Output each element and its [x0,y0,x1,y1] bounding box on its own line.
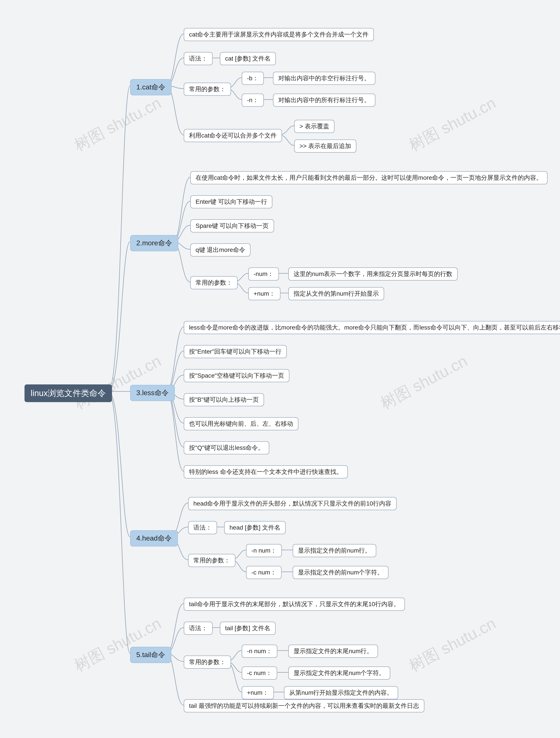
watermark: 树图 shutu.cn [71,351,165,414]
leaf-less-cursor: 也可以用光标键向前、后、左、右移动 [184,417,298,430]
leaf-tail-follow: tail 最强悍的功能是可以持续刷新一个文件的内容，可以用来查看实时的最新文件日… [184,699,425,712]
leaf-cat-params-label: 常用的参数： [184,83,231,96]
leaf-cat-merge-2: >> 表示在最后追加 [294,139,356,152]
leaf-more-params-label: 常用的参数： [190,276,238,289]
leaf-tail-params-label: 常用的参数： [184,656,231,669]
leaf-tail-param-c: -c num： [242,667,277,680]
leaf-cat-syntax-value: cat [参数] 文件名 [220,52,276,65]
leaf-less-b: 按"B"键可以向上移动一页 [184,393,264,406]
leaf-tail-param-plus-desc: 从第num行开始显示指定文件的内容。 [284,686,398,699]
leaf-cat-merge: 利用cat命令还可以合并多个文件 [184,129,282,142]
root-node[interactable]: linux浏览文件类命令 [24,384,112,402]
leaf-more-q: q键 退出more命令 [190,243,251,257]
leaf-head-param-n-desc: 显示指定文件的前num行。 [293,544,376,557]
leaf-more-param-num: -num： [248,268,279,281]
leaf-tail-desc: tail命令用于显示文件的末尾部分，默认情况下，只显示文件的末尾10行内容。 [184,598,405,611]
watermark: 树图 shutu.cn [405,613,499,676]
leaf-cat-param-n: -n： [242,94,264,107]
watermark: 树图 shutu.cn [377,351,471,414]
leaf-tail-param-n-desc: 显示指定文件的末尾num行。 [288,645,378,658]
leaf-less-search: 特别的less 命令还支持在一个文本文件中进行快速查找。 [184,465,348,478]
leaf-cat-syntax-label: 语法： [184,52,213,65]
leaf-head-param-n: -n num： [246,544,282,557]
leaf-tail-param-c-desc: 显示指定文件的末尾num个字符。 [288,667,390,680]
leaf-cat-param-b-desc: 对输出内容中的非空行标注行号。 [273,72,375,85]
branch-less[interactable]: 3.less命令 [130,385,175,401]
watermark: 树图 shutu.cn [71,92,165,156]
leaf-less-enter: 按"Enter"回车键可以向下移动一行 [184,345,287,358]
branch-head[interactable]: 4.head命令 [130,530,178,546]
leaf-cat-param-b: -b： [242,72,264,85]
leaf-more-param-num-desc: 这里的num表示一个数字，用来指定分页显示时每页的行数 [288,268,458,281]
leaf-tail-param-n: -n num： [242,645,277,658]
leaf-tail-param-plus: +num： [242,686,274,699]
watermark: 树图 shutu.cn [71,613,165,676]
branch-more[interactable]: 2.more命令 [130,235,178,251]
leaf-head-syntax-value: head [参数] 文件名 [224,521,286,534]
branch-cat[interactable]: 1.cat命令 [130,79,172,95]
leaf-more-desc: 在使用cat命令时，如果文件太长，用户只能看到文件的最后一部分。这时可以使用mo… [190,171,548,184]
leaf-cat-desc: cat命令主要用于滚屏显示文件内容或是将多个文件合并成一个文件 [184,28,374,41]
leaf-less-desc: less命令是more命令的改进版，比more命令的功能强大。more命令只能向… [184,321,560,334]
leaf-head-syntax-label: 语法： [188,521,217,534]
leaf-head-params-label: 常用的参数： [188,554,235,567]
leaf-more-param-plus: +num： [248,287,280,300]
leaf-cat-merge-1: > 表示覆盖 [294,120,334,133]
leaf-tail-syntax-value: tail [参数] 文件名 [220,622,276,635]
leaf-more-enter: Enter键 可以向下移动一行 [190,195,272,209]
leaf-more-param-plus-desc: 指定从文件的第num行开始显示 [288,287,384,300]
leaf-head-param-c: -c num： [246,566,282,579]
watermark: 树图 shutu.cn [405,92,499,156]
leaf-cat-param-n-desc: 对输出内容中的所有行标注行号。 [273,94,375,107]
leaf-head-param-c-desc: 显示指定文件的前num个字符。 [293,566,388,579]
leaf-more-space: Spare键 可以向下移动一页 [190,219,274,233]
leaf-less-space: 按"Space"空格键可以向下移动一页 [184,369,289,382]
branch-tail[interactable]: 5.tail命令 [130,647,171,663]
leaf-less-q: 按"Q"键可以退出less命令。 [184,441,269,454]
leaf-head-desc: head命令用于显示文件的开头部分，默认情况下只显示文件的前10行内容 [188,497,396,510]
leaf-tail-syntax-label: 语法： [184,622,213,635]
